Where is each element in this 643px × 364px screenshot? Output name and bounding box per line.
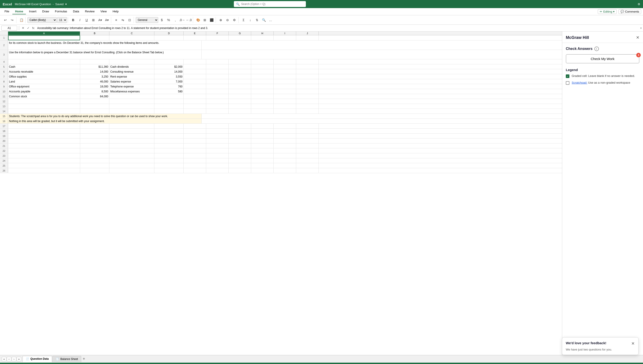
- cell-h4[interactable]: [251, 59, 274, 64]
- fill-button[interactable]: ↓: [247, 17, 253, 23]
- cell-c5[interactable]: Cash dividends: [109, 64, 154, 69]
- cell-e9[interactable]: [184, 84, 206, 89]
- check-answers-info-icon[interactable]: i: [594, 46, 599, 51]
- cell-d1[interactable]: [154, 35, 184, 40]
- cell-b10[interactable]: 8,500: [80, 89, 109, 94]
- cell-g10[interactable]: [229, 89, 251, 94]
- cell-b5[interactable]: $11,360: [80, 64, 109, 69]
- cell-b1[interactable]: [80, 35, 109, 40]
- redo-button[interactable]: ↪: [9, 17, 15, 23]
- settings-icon[interactable]: ⚙: [637, 2, 640, 6]
- cell-d4[interactable]: [154, 59, 184, 64]
- cell-e8[interactable]: [184, 79, 206, 84]
- tab-formulas[interactable]: Formulas: [52, 9, 70, 14]
- tab-data[interactable]: Data: [70, 9, 82, 14]
- cell-d10[interactable]: 580: [154, 89, 184, 94]
- cell-c9[interactable]: Telephone expense: [109, 84, 154, 89]
- cell-f4[interactable]: [206, 59, 229, 64]
- cell-e6[interactable]: [184, 69, 206, 74]
- cell-j5[interactable]: [296, 64, 319, 69]
- cell-a6[interactable]: Accounts receivable: [8, 69, 80, 74]
- cell-g5[interactable]: [229, 64, 251, 69]
- cell-f9[interactable]: [206, 84, 229, 89]
- cell-e11[interactable]: [184, 94, 206, 99]
- cell-c1[interactable]: [109, 35, 154, 40]
- cell-j9[interactable]: [296, 84, 319, 89]
- cell-a9[interactable]: Office equipment: [8, 84, 80, 89]
- fill-color-button[interactable]: A▾: [97, 17, 103, 23]
- cell-h8[interactable]: [251, 79, 274, 84]
- cell-e1[interactable]: [184, 35, 206, 40]
- col-header-d[interactable]: D: [154, 32, 184, 35]
- cell-i4[interactable]: [274, 59, 296, 64]
- cell-b6[interactable]: 14,000: [80, 69, 109, 74]
- font-color-button[interactable]: A▾: [104, 17, 110, 23]
- col-header-i[interactable]: I: [274, 32, 296, 35]
- cell-g6[interactable]: [229, 69, 251, 74]
- find-select-button[interactable]: 🔍: [261, 17, 267, 23]
- cell-g9[interactable]: [229, 84, 251, 89]
- cell-b9[interactable]: 18,000: [80, 84, 109, 89]
- comma-button[interactable]: ,: [172, 17, 178, 23]
- tab-view[interactable]: View: [98, 9, 109, 14]
- cell-a3[interactable]: Use the information below to prepare a D…: [8, 50, 202, 59]
- delete-cells-button[interactable]: ⊖: [224, 17, 231, 23]
- tab-home[interactable]: Home: [12, 9, 26, 14]
- cell-a11[interactable]: Common stock: [8, 94, 80, 99]
- cell-h6[interactable]: [251, 69, 274, 74]
- cell-j4[interactable]: [296, 59, 319, 64]
- cell-a1[interactable]: [8, 35, 80, 40]
- expand-formula-bar-icon[interactable]: ▾: [640, 26, 642, 30]
- cell-a10[interactable]: Accounts payable: [8, 89, 80, 94]
- autosum-button[interactable]: Σ: [240, 17, 247, 23]
- cell-e7[interactable]: [184, 74, 206, 79]
- cell-d9[interactable]: 760: [154, 84, 184, 89]
- cell-h7[interactable]: [251, 74, 274, 79]
- cell-j11[interactable]: [296, 94, 319, 99]
- cell-f8[interactable]: [206, 79, 229, 84]
- cell-f11[interactable]: [206, 94, 229, 99]
- font-size-select[interactable]: 11: [57, 17, 67, 23]
- cell-a5[interactable]: Cash: [8, 64, 80, 69]
- cell-h11[interactable]: [251, 94, 274, 99]
- more-options-button[interactable]: …: [267, 17, 274, 23]
- cell-i5[interactable]: [274, 64, 296, 69]
- cell-i11[interactable]: [274, 94, 296, 99]
- col-header-f[interactable]: F: [206, 32, 229, 35]
- confirm-formula-icon[interactable]: ✓: [26, 26, 30, 30]
- col-header-g[interactable]: G: [229, 32, 251, 35]
- cell-j6[interactable]: [296, 69, 319, 74]
- add-sheet-button[interactable]: +: [83, 356, 85, 361]
- undo-button[interactable]: ↩: [2, 17, 9, 23]
- scratchpad-link[interactable]: Scratchpad:: [572, 81, 587, 84]
- sheet-tab-question-data[interactable]: 📄 Question Data: [23, 356, 52, 362]
- col-header-h[interactable]: H: [251, 32, 274, 35]
- cell-a4[interactable]: [8, 59, 80, 64]
- comments-badge[interactable]: 💬 Comments: [618, 9, 641, 14]
- cell-h5[interactable]: [251, 64, 274, 69]
- cell-d6[interactable]: 14,000: [154, 69, 184, 74]
- editing-badge[interactable]: ✏ Editing ▾: [598, 9, 617, 14]
- cell-f7[interactable]: [206, 74, 229, 79]
- cell-g8[interactable]: [229, 79, 251, 84]
- sort-filter-button[interactable]: ⇅: [254, 17, 260, 23]
- cell-j10[interactable]: [296, 89, 319, 94]
- col-header-b[interactable]: B: [80, 32, 109, 35]
- italic-button[interactable]: I: [77, 17, 83, 23]
- cell-f1[interactable]: [206, 35, 229, 40]
- sheet-nav-last-button[interactable]: »: [17, 357, 21, 361]
- cell-i6[interactable]: [274, 69, 296, 74]
- cell-e5[interactable]: [184, 64, 206, 69]
- cell-i7[interactable]: [274, 74, 296, 79]
- font-name-select[interactable]: Calibri (Body): [28, 17, 57, 23]
- insert-cells-button[interactable]: ⊕: [218, 17, 224, 23]
- col-header-j[interactable]: J: [296, 32, 319, 35]
- cell-reference-input[interactable]: [1, 26, 17, 30]
- cell-c8[interactable]: Salaries expense: [109, 79, 154, 84]
- bold-button[interactable]: B: [70, 17, 76, 23]
- tab-draw[interactable]: Draw: [40, 9, 52, 14]
- cell-a15[interactable]: Students: The scratchpad area is for you…: [8, 114, 202, 118]
- cell-g1[interactable]: [229, 35, 251, 40]
- conditional-format-button[interactable]: 🎨: [195, 17, 201, 23]
- cell-d11[interactable]: [154, 94, 184, 99]
